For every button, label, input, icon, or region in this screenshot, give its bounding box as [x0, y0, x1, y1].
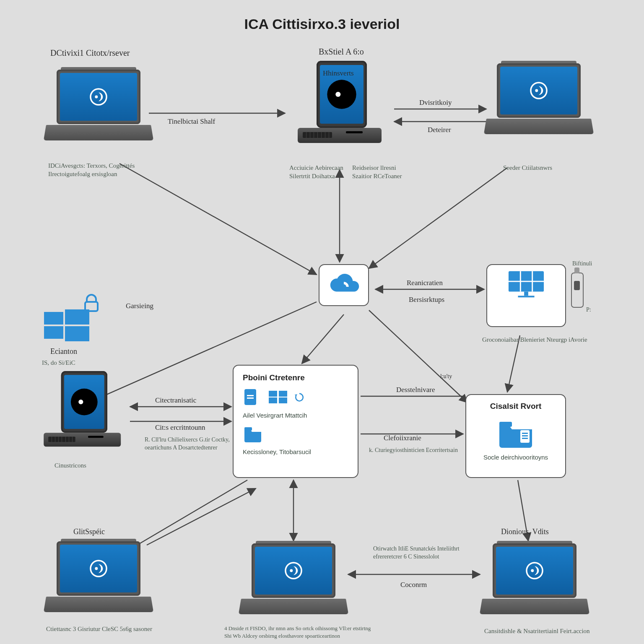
- grid-icon: [508, 270, 545, 298]
- svg-point-52: [91, 561, 106, 576]
- pbox-node: Pboini Ctretenre Ailel Vesirgrart Mtattc…: [233, 365, 358, 478]
- edge-label: Deteirer: [428, 126, 451, 134]
- svg-rect-33: [44, 312, 63, 325]
- bot-right-header: Dionious, Vdits: [501, 527, 549, 536]
- edge-label: Tinelbictai Shalf: [168, 117, 215, 126]
- svg-rect-43: [279, 391, 287, 397]
- svg-line-16: [147, 488, 256, 545]
- edge-label: Otirwatch ItliE Srunatckés Inteliithrt e…: [373, 545, 470, 561]
- laptop-node-bot-right: [480, 541, 589, 625]
- diagram-title: ICA Cittisirxo.3 ieveriol: [0, 16, 644, 32]
- node-top-mid-sub1: Acciuicie Aebirecaan Silertrtit Doihatxa: [289, 164, 348, 181]
- svg-rect-51: [522, 438, 528, 439]
- laptop-node-bot-mid: [239, 541, 348, 625]
- edition-sub: IS, do Si/EiC: [42, 358, 75, 367]
- edge-label: Coconrm: [400, 581, 427, 589]
- tiles-icon: [268, 388, 288, 406]
- cbox-header: Cisalsit Rvort: [474, 402, 558, 411]
- svg-point-24: [531, 83, 547, 99]
- bot-left-header: GlitSspéic: [73, 527, 105, 536]
- svg-rect-36: [65, 326, 89, 341]
- edge-label: Reanicratien: [407, 279, 443, 287]
- svg-line-10: [302, 314, 344, 364]
- svg-rect-34: [65, 309, 89, 325]
- svg-line-3: [119, 164, 317, 275]
- grid-node: [486, 264, 566, 327]
- edge-label: l:u'ty: [440, 373, 452, 380]
- edge-label: Clefoiixranie: [384, 434, 421, 442]
- cbox-sub: Socle deirchivooritoyns: [474, 454, 558, 461]
- pbox-header: Pboini Ctretenre: [243, 373, 348, 382]
- svg-point-37: [71, 389, 98, 415]
- eye-icon: [524, 560, 545, 582]
- svg-rect-49: [522, 433, 528, 434]
- svg-point-20: [91, 89, 106, 105]
- edge-label: Bersisrktups: [409, 296, 444, 304]
- eye-icon: [283, 560, 304, 582]
- edge-label: k. Cturiegyiosthinticien Ecorritertsain: [369, 447, 458, 454]
- eye-icon: [320, 73, 364, 116]
- grid-side-top: Biftinuli: [572, 260, 592, 268]
- svg-point-38: [78, 400, 83, 404]
- usb-icon: [571, 273, 584, 308]
- node-top-right-sub: Seeder Ctiilatsnwrs: [503, 164, 552, 172]
- node-top-mid-header: BxStiel A 6:o: [319, 47, 364, 57]
- svg-rect-44: [279, 397, 287, 403]
- edge-label: Hhinsverts: [323, 69, 354, 78]
- svg-rect-41: [247, 397, 254, 399]
- refresh-icon: [293, 388, 306, 406]
- svg-point-57: [531, 569, 534, 572]
- edge-label: Desstelnivare: [396, 386, 435, 394]
- svg-point-56: [527, 563, 543, 579]
- laptop-node-bot-left: [44, 539, 153, 623]
- grid-sub: Groconoiaibar Blenieriet Nteurgp iAvorie: [482, 335, 587, 344]
- edge-label: Garsieing: [126, 302, 153, 310]
- eye-icon: [528, 80, 550, 101]
- tablet-left-sub: Cinustricons: [55, 461, 86, 470]
- eye-icon: [88, 86, 109, 108]
- node-top-left-header: DCtivixi1 Citotx/rsever: [50, 48, 130, 58]
- doc-icon: [243, 388, 263, 406]
- edge-label: R. Cll'lru Chilielixercs G.tir Coctky, o…: [145, 436, 254, 452]
- bot-mid-sub: 4 Dnside rt FISDO, ihr nmn ans So ortck …: [224, 625, 375, 639]
- svg-point-53: [95, 567, 98, 570]
- svg-line-13: [507, 335, 520, 392]
- svg-rect-46: [244, 427, 252, 431]
- laptop-node-top-right: [484, 61, 593, 145]
- eye-icon: [88, 558, 109, 579]
- bot-right-sub: Cansitdishle & Nsatritertiainl Feirt.acc…: [484, 627, 590, 635]
- svg-rect-39: [244, 389, 256, 405]
- svg-rect-30: [524, 292, 528, 296]
- folder-doc-icon: [497, 418, 535, 449]
- pbox-row1: Ailel Vesirgrart Mtattcih: [243, 412, 307, 419]
- svg-point-21: [95, 96, 98, 99]
- svg-line-5: [369, 168, 507, 268]
- svg-point-54: [286, 563, 301, 579]
- cloud-node: [319, 264, 369, 306]
- edge-label: Cit:s ercritntounn: [155, 423, 205, 432]
- svg-point-23: [335, 92, 340, 97]
- laptop-node-top-left: [44, 67, 153, 151]
- svg-rect-31: [518, 296, 534, 297]
- svg-rect-47: [499, 422, 512, 427]
- edition-label: Ecianton: [50, 347, 77, 356]
- edge-label: Dvisritkoiy: [419, 99, 452, 107]
- tablet-node-left: [40, 371, 125, 456]
- svg-rect-35: [44, 326, 63, 339]
- windows-icon: [44, 306, 90, 344]
- eye-icon: [64, 382, 104, 422]
- grid-side-bottom: P:: [586, 306, 591, 314]
- svg-point-55: [290, 569, 293, 572]
- svg-rect-40: [247, 395, 254, 396]
- cbox-node: Cisalsit Rvort Socle deirchivooritoyns: [465, 394, 566, 478]
- bot-left-sub: Ctiettasnc 3 Gisriutur CleSC 5s6g sasone…: [46, 625, 152, 633]
- cloud-icon: [327, 273, 360, 298]
- edge-label: Citectranisatic: [155, 396, 196, 405]
- node-top-left-sub: IDCiAvesgcts: Terxors, Cogerittés Ilrect…: [48, 161, 157, 179]
- svg-rect-50: [522, 435, 528, 436]
- svg-point-22: [327, 80, 356, 109]
- node-top-mid-sub2: Reidseisor llresni Szaitior RCeToaner: [352, 164, 411, 181]
- svg-point-25: [535, 89, 538, 92]
